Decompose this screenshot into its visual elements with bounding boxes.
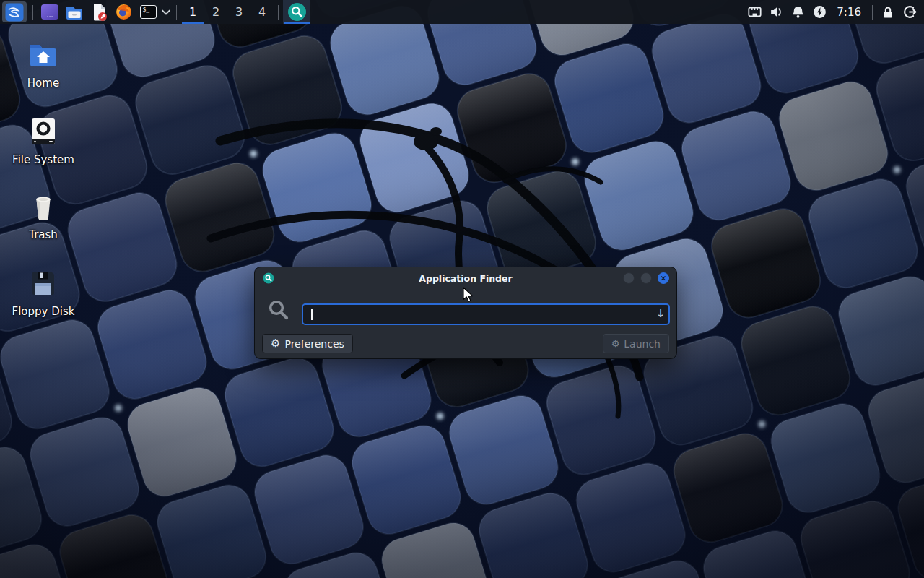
hard-drive-icon (26, 114, 61, 149)
window-app-icon (263, 272, 274, 284)
search-icon (268, 299, 289, 321)
workspace-label: 3 (235, 5, 243, 19)
text-editor-icon (90, 3, 108, 22)
kali-logo-icon (5, 3, 24, 22)
panel-separator (872, 5, 873, 20)
maximize-button[interactable] (640, 272, 652, 284)
desktop-icon-label: File System (12, 153, 74, 166)
launch-label: Launch (624, 338, 661, 350)
launcher-terminal[interactable]: $_ (136, 0, 160, 24)
mouse-cursor (463, 287, 474, 303)
firefox-icon (115, 3, 133, 21)
desktop-icon-floppy-disk[interactable]: Floppy Disk (9, 266, 78, 318)
preferences-label: Preferences (284, 338, 344, 350)
trash-icon (26, 189, 61, 224)
volume-tray-button[interactable] (765, 0, 787, 24)
desktop-icon-label: Floppy Disk (12, 305, 75, 318)
purple-app-icon (40, 4, 59, 20)
terminal-dropdown-chevron[interactable] (160, 0, 172, 24)
panel-separator (176, 5, 177, 20)
close-icon: ✕ (661, 275, 667, 282)
power-manager-tray-button[interactable] (808, 0, 830, 24)
kali-menu-button[interactable] (2, 1, 27, 22)
text-caret (311, 309, 313, 320)
launch-button[interactable]: ⚙ Launch (603, 334, 669, 353)
launcher-firefox[interactable] (111, 0, 136, 24)
application-finder-icon (287, 2, 307, 22)
panel-separator (278, 5, 279, 20)
chevron-down-icon (162, 9, 170, 15)
floppy-disk-icon (26, 266, 61, 301)
workspace-button-4[interactable]: 4 (250, 0, 274, 24)
notifications-tray-button[interactable] (787, 0, 808, 24)
network-icon (747, 4, 762, 20)
clock[interactable]: 7:16 (830, 6, 868, 19)
volume-icon (769, 4, 784, 20)
top-panel: $_ 1 2 3 4 (0, 0, 924, 24)
lock-icon (881, 5, 895, 20)
preferences-button[interactable]: ⚙ Preferences (262, 334, 353, 353)
window-controls: ✕ (623, 272, 669, 284)
workspace-button-3[interactable]: 3 (227, 0, 250, 24)
desktop-icon-home[interactable]: Home (9, 38, 78, 90)
titlebar[interactable]: Application Finder ✕ (255, 267, 676, 289)
desktop-icon-trash[interactable]: Trash (9, 189, 78, 241)
terminal-icon: $_ (140, 5, 157, 19)
desktop-icon-file-system[interactable]: File System (9, 114, 78, 166)
launch-icon: ⚙ (611, 339, 620, 348)
gear-icon: ⚙ (271, 338, 280, 349)
workspace-button-2[interactable]: 2 (204, 0, 227, 24)
launcher-file-manager[interactable] (62, 0, 87, 24)
workspace-label: 2 (212, 5, 219, 19)
workspace-label: 1 (189, 5, 196, 19)
taskbar-application-finder-button[interactable] (283, 0, 310, 24)
search-input[interactable] (302, 303, 670, 325)
desktop-icon-label: Home (27, 77, 59, 90)
workspace-label: 4 (258, 5, 266, 19)
file-manager-icon (65, 4, 84, 21)
panel-tray: 7:16 (744, 0, 924, 24)
launcher-purple-app[interactable] (38, 0, 62, 24)
workspace-button-1[interactable]: 1 (181, 0, 204, 24)
bell-icon (790, 4, 806, 20)
desktop-icon-label: Trash (29, 228, 58, 241)
network-tray-button[interactable] (744, 0, 765, 24)
terminal-prompt-text: $_ (143, 7, 150, 13)
close-button[interactable]: ✕ (658, 272, 669, 284)
screen: Home File System Trash Floppy Disk (0, 0, 924, 578)
logout-button[interactable] (899, 0, 920, 24)
panel-separator (32, 5, 33, 20)
minimize-button[interactable] (623, 272, 635, 284)
logout-icon (902, 4, 918, 20)
power-icon (812, 4, 827, 20)
launcher-text-editor[interactable] (87, 0, 111, 24)
lock-screen-button[interactable] (877, 0, 899, 24)
home-folder-icon (26, 38, 61, 72)
application-finder-window: Application Finder ✕ ↓ ⚙ Preferences ⚙ L… (254, 267, 677, 359)
dropdown-arrow-icon[interactable]: ↓ (653, 307, 668, 320)
